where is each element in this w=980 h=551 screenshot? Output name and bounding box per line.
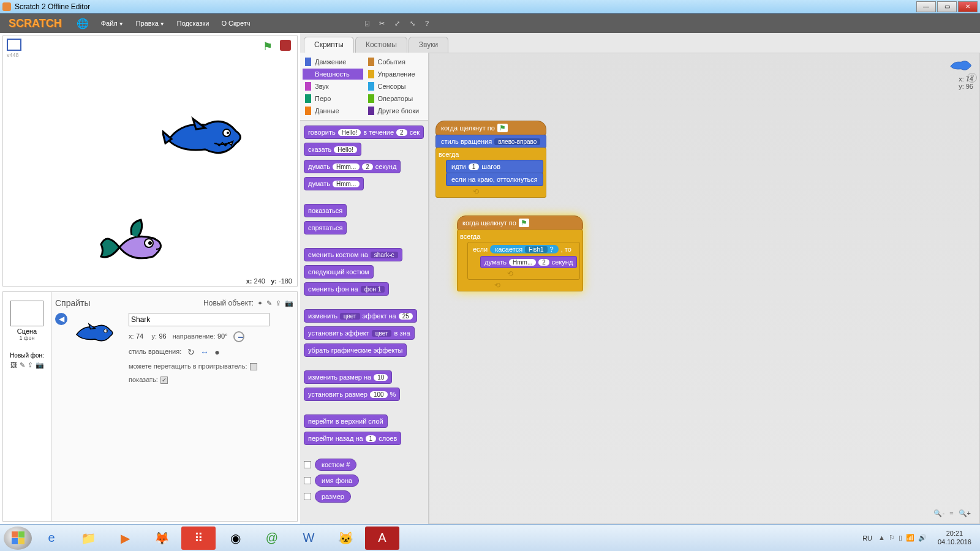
block-show[interactable]: показаться xyxy=(304,204,347,217)
cut-tool-icon[interactable]: ✂ xyxy=(379,20,385,28)
cat-operators[interactable]: Операторы xyxy=(366,93,426,104)
taskbar-ie-icon[interactable]: e xyxy=(34,527,69,550)
cat-sound[interactable]: Звук xyxy=(303,81,363,92)
sprite-back-button[interactable]: ◀ xyxy=(55,313,67,325)
minimize-button[interactable]: — xyxy=(916,1,936,12)
zoom-out-icon[interactable]: 🔍- xyxy=(933,509,944,517)
sprite-paint-icon[interactable]: ✎ xyxy=(266,299,272,307)
menu-file[interactable]: Файл▼ xyxy=(95,20,130,27)
maximize-button[interactable]: ▭ xyxy=(937,1,957,12)
stage[interactable]: v448 ⚑ x: 240 y: -180 xyxy=(2,36,298,287)
sprite-name-input[interactable] xyxy=(129,313,270,326)
taskbar-word-icon[interactable]: W xyxy=(292,527,326,550)
tab-sounds[interactable]: Звуки xyxy=(409,37,448,53)
block-go-back[interactable]: перейти назад на1слоев xyxy=(304,432,401,445)
block-think-for[interactable]: думатьHmm...2секунд xyxy=(304,160,401,173)
cat-motion[interactable]: Движение xyxy=(303,56,363,67)
menu-tips[interactable]: Подсказки xyxy=(171,20,216,27)
menu-about[interactable]: О Скретч xyxy=(215,20,256,27)
rot-leftright-icon[interactable]: ↔ xyxy=(200,347,209,357)
sprite-camera-icon[interactable]: 📷 xyxy=(285,299,293,307)
cat-control[interactable]: Управление xyxy=(366,69,426,80)
direction-dial[interactable] xyxy=(233,331,244,342)
sprite-upload-icon[interactable]: ⇪ xyxy=(276,299,281,307)
cat-sensing[interactable]: Сенсоры xyxy=(366,81,426,92)
tray-flag-icon[interactable]: ⚐ xyxy=(889,534,895,542)
block-move[interactable]: идти1шагов xyxy=(446,160,543,173)
rot-none-icon[interactable]: ● xyxy=(214,347,219,357)
stamp-tool-icon[interactable]: ⌺ xyxy=(365,20,369,28)
taskbar-red-app-icon[interactable]: ⠿ xyxy=(181,527,216,550)
close-button[interactable]: ✕ xyxy=(958,1,978,12)
block-switch-costume[interactable]: сменить костюм наshark-c xyxy=(304,248,402,261)
zoom-reset-icon[interactable]: = xyxy=(949,509,953,517)
bg-camera-icon[interactable]: 📷 xyxy=(36,361,44,369)
reporter-costume-num[interactable]: костюм # xyxy=(304,459,428,471)
block-set-size[interactable]: установить размер100% xyxy=(304,388,400,401)
sprite-library-icon[interactable]: ✦ xyxy=(257,299,263,307)
sprite-shark-on-stage[interactable] xyxy=(162,110,248,166)
shrink-tool-icon[interactable]: ⤡ xyxy=(410,20,415,28)
block-say[interactable]: сказатьHello! xyxy=(304,143,361,156)
tray-volume-icon[interactable]: 🔊 xyxy=(918,534,927,542)
cat-events[interactable]: События xyxy=(366,56,426,67)
cat-data[interactable]: Данные xyxy=(303,105,363,116)
block-when-flag-1[interactable]: когда щелкнут по⚑ xyxy=(435,121,546,135)
sprite-thumbnail[interactable] xyxy=(74,313,123,356)
start-button[interactable] xyxy=(4,527,32,550)
bg-library-icon[interactable]: 🖼 xyxy=(10,361,17,369)
taskbar-explorer-icon[interactable]: 📁 xyxy=(71,527,105,550)
tab-scripts[interactable]: Скрипты xyxy=(304,37,354,53)
tray-lang[interactable]: RU xyxy=(862,534,872,542)
block-change-size[interactable]: изменить размер на10 xyxy=(304,370,392,384)
block-say-for[interactable]: говоритьHello!в течение2сек xyxy=(304,126,424,139)
taskbar-green-app-icon[interactable]: @ xyxy=(255,527,289,550)
script-canvas[interactable]: ? x: 74 y: 96 когда щелкнут по⚑ стиль вр… xyxy=(429,53,980,524)
tray-battery-icon[interactable]: ▯ xyxy=(899,534,902,542)
block-set-rotation[interactable]: стиль вращениявлево-вправо xyxy=(435,135,546,148)
block-if[interactable]: если касаетсяFish1? , то думатьHmm...2се… xyxy=(467,242,580,280)
help-tool-icon[interactable]: ? xyxy=(425,20,429,28)
stop-sign-icon[interactable] xyxy=(280,40,291,51)
cat-looks[interactable]: Внешность xyxy=(303,69,363,80)
tray-chevron-icon[interactable]: ▲ xyxy=(878,534,885,542)
block-think[interactable]: думатьHmm... xyxy=(304,177,364,190)
sprite-fish-on-stage[interactable] xyxy=(95,214,181,282)
scratch-logo[interactable]: SCRATCH xyxy=(0,17,70,30)
taskbar-chrome-icon[interactable]: ◉ xyxy=(218,527,252,550)
taskbar-firefox-icon[interactable]: 🦊 xyxy=(145,527,179,550)
block-switch-bg[interactable]: сменить фон нафон 1 xyxy=(304,282,389,296)
block-go-front[interactable]: перейти в верхний слой xyxy=(304,414,388,428)
reporter-size[interactable]: размер xyxy=(304,490,428,503)
bg-upload-icon[interactable]: ⇪ xyxy=(28,361,33,369)
rot-allround-icon[interactable]: ↻ xyxy=(187,347,195,357)
reporter-bg-name[interactable]: имя фона xyxy=(304,474,428,487)
script-2[interactable]: когда щелкнут по⚑ всегда если касаетсяFi… xyxy=(457,216,583,291)
script-1[interactable]: когда щелкнут по⚑ стиль вращениявлево-вп… xyxy=(435,121,546,198)
block-forever-1[interactable]: всегда идти1шагов если на краю, оттолкну… xyxy=(435,148,546,198)
block-clear-effects[interactable]: убрать графические эффекты xyxy=(304,343,407,357)
green-flag-icon[interactable]: ⚑ xyxy=(263,40,275,52)
taskbar-media-icon[interactable]: ▶ xyxy=(108,527,142,550)
fullscreen-icon[interactable] xyxy=(7,39,21,51)
block-when-flag-2[interactable]: когда щелкнут по⚑ xyxy=(457,216,583,230)
scene-thumbnail[interactable] xyxy=(10,301,43,326)
globe-icon[interactable]: 🌐 xyxy=(70,18,95,29)
cat-more[interactable]: Другие блоки xyxy=(366,105,426,116)
tray-clock[interactable]: 20:2104.10.2016 xyxy=(933,530,976,545)
cat-pen[interactable]: Перо xyxy=(303,93,363,104)
tab-costumes[interactable]: Костюмы xyxy=(355,37,407,53)
bg-paint-icon[interactable]: ✎ xyxy=(20,361,25,369)
block-forever-2[interactable]: всегда если касаетсяFish1? , то думатьHm… xyxy=(457,230,583,291)
block-touching[interactable]: касаетсяFish1? xyxy=(490,245,559,253)
block-hide[interactable]: спрятаться xyxy=(304,221,347,234)
block-change-effect[interactable]: изменитьцветэффект на25 xyxy=(304,309,417,323)
taskbar-pdf-icon[interactable]: A xyxy=(365,527,399,550)
tray-network-icon[interactable]: 📶 xyxy=(906,534,914,542)
draggable-checkbox[interactable] xyxy=(250,363,257,370)
zoom-in-icon[interactable]: 🔍+ xyxy=(959,509,971,517)
block-next-costume[interactable]: следующий костюм xyxy=(304,265,374,279)
grow-tool-icon[interactable]: ⤢ xyxy=(394,20,400,28)
taskbar-scratch-icon[interactable]: 🐱 xyxy=(328,527,363,550)
block-bounce[interactable]: если на краю, оттолкнуться xyxy=(446,173,543,186)
